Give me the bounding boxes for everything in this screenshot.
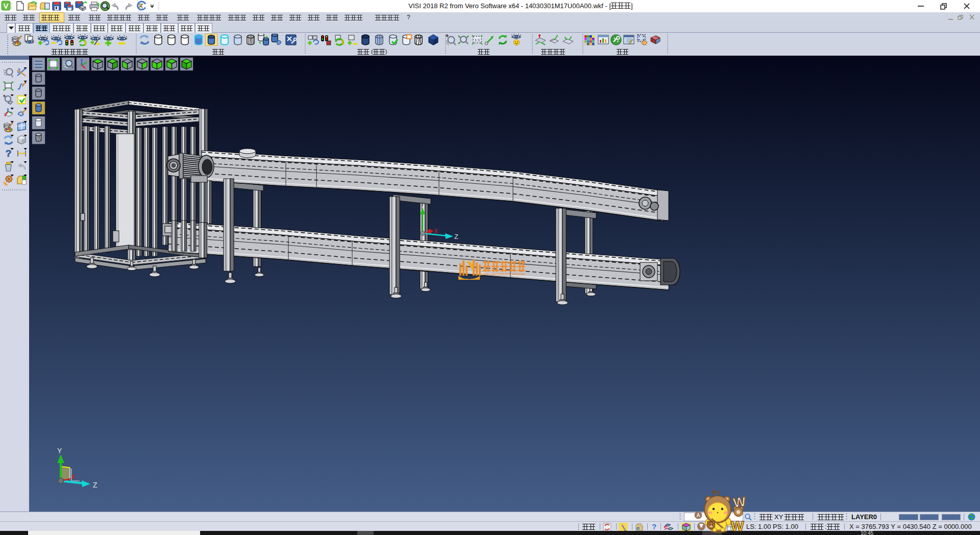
svg-text:Y: Y	[57, 447, 62, 455]
svg-text:1:1: 1:1	[474, 38, 480, 42]
svg-text:Z: Z	[454, 233, 458, 240]
svg-text:INTELLIGENT MANUFACTURING DATA: INTELLIGENT MANUFACTURING DATA	[483, 273, 525, 276]
svg-text:Z: Z	[93, 481, 97, 489]
svg-text:Y: Y	[421, 201, 425, 207]
svg-text:W: W	[731, 519, 744, 534]
svg-text:X: X	[434, 228, 438, 235]
svg-text:V: V	[3, 2, 8, 10]
svg-text:A: A	[697, 513, 700, 518]
svg-text:?: ?	[6, 148, 12, 159]
